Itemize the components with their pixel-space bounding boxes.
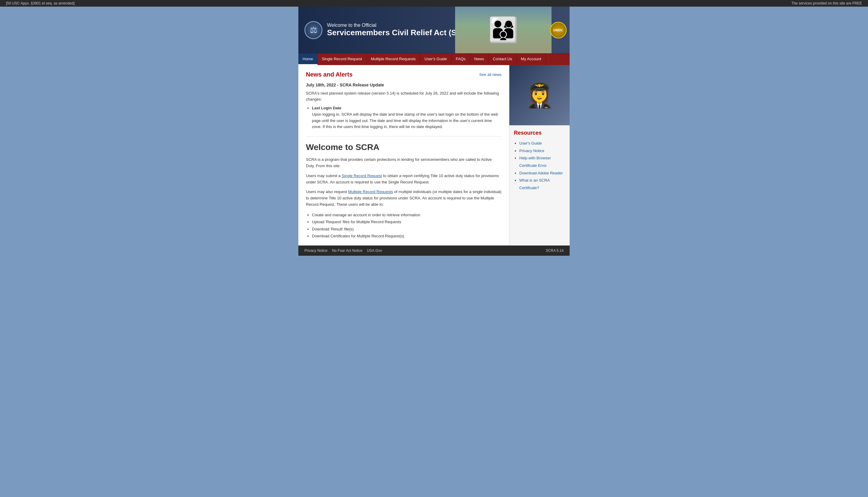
news-bullet-list: Last Login Date Upon logging in, SCRA wi… <box>312 105 502 130</box>
list-item: Upload 'Request' files for Multiple Reco… <box>312 218 502 225</box>
multiple-record-link[interactable]: Multiple Record Requests <box>348 189 393 194</box>
news-article-body: SCRA's next planned system release (vers… <box>306 90 502 102</box>
dod-seal <box>304 21 322 39</box>
news-bullet-body: Upon logging in, SCRA will display the d… <box>312 112 498 129</box>
news-bullet-heading: Last Login Date <box>312 106 341 110</box>
nav-users-guide[interactable]: User's Guide <box>420 54 451 65</box>
nav-single-record[interactable]: Single Record Request <box>318 54 367 65</box>
list-item: User's Guide <box>519 140 565 147</box>
welcome-bullet-list: Create and manage an account in order to… <box>312 211 502 240</box>
nav-news[interactable]: News <box>470 54 489 65</box>
resources-list: User's Guide Privacy Notice Help with Br… <box>519 140 565 192</box>
site-footer: Privacy Notice No Fear Act Notice USA.Go… <box>298 245 570 256</box>
see-all-news-link[interactable]: See all news <box>479 72 502 77</box>
top-banner-right: The services provided on this site are F… <box>792 1 862 5</box>
resources-title: Resources <box>514 130 565 136</box>
list-item: Download 'Result' file(s) <box>312 226 502 232</box>
download-adobe-link[interactable]: Download Adobe Reader <box>519 171 563 175</box>
top-banner-left: [50 USC Appx. §3901 et seq. as amended] <box>6 1 74 5</box>
site-header: Welcome to the Official Servicemembers C… <box>298 6 570 53</box>
main-nav: Home Single Record Request Multiple Reco… <box>298 53 570 65</box>
nav-my-account[interactable]: My Account <box>517 54 546 65</box>
dmdc-badge: DMDC <box>550 22 566 38</box>
list-item: Privacy Notice <box>519 147 565 155</box>
footer-privacy-link[interactable]: Privacy Notice <box>304 248 327 253</box>
news-list-item: Last Login Date Upon logging in, SCRA wi… <box>312 105 502 130</box>
multiple-record-text1: Users may also request <box>306 189 348 194</box>
nav-multiple-record[interactable]: Multiple Record Requests <box>366 54 420 65</box>
footer-no-fear-link[interactable]: No Fear Act Notice <box>332 248 363 253</box>
sidebar-military-image <box>509 65 570 125</box>
sidebar: Resources User's Guide Privacy Notice He… <box>509 65 570 245</box>
users-guide-link[interactable]: User's Guide <box>519 141 542 145</box>
footer-version: SCRA 5.14 <box>546 248 564 253</box>
list-item: Help with Browser Certificate Error <box>519 155 565 169</box>
main-content: News and Alerts See all news July 18th, … <box>298 65 509 245</box>
single-record-link[interactable]: Single Record Request <box>341 173 382 178</box>
list-item: Download Adobe Reader <box>519 170 565 177</box>
footer-links: Privacy Notice No Fear Act Notice USA.Go… <box>304 248 382 253</box>
list-item: Download Certificates for Multiple Recor… <box>312 232 502 240</box>
scra-cert-link[interactable]: What is an SCRA Certificate? <box>519 178 549 190</box>
welcome-intro: SCRA is a program that provides certain … <box>306 157 502 169</box>
welcome-title: Welcome to SCRA <box>306 142 502 152</box>
single-record-paragraph: Users may submit a Single Record Request… <box>306 173 502 186</box>
nav-faqs[interactable]: FAQs <box>451 54 470 65</box>
top-banner: [50 USC Appx. §3901 et seq. as amended] … <box>0 0 868 6</box>
news-section-title: News and Alerts <box>306 71 353 78</box>
browser-cert-link[interactable]: Help with Browser Certificate Error <box>519 156 551 168</box>
header-image <box>455 6 551 53</box>
news-header: News and Alerts See all news <box>306 71 502 78</box>
multiple-record-paragraph: Users may also request Multiple Record R… <box>306 189 502 208</box>
section-divider <box>306 136 502 137</box>
privacy-notice-link[interactable]: Privacy Notice <box>519 148 544 153</box>
list-item: Create and manage an account in order to… <box>312 211 502 218</box>
news-article-title: July 18th, 2022 - SCRA Release Update <box>306 83 502 87</box>
header-family-photo <box>455 6 551 53</box>
nav-home[interactable]: Home <box>298 54 318 65</box>
footer-usa-gov-link[interactable]: USA.Gov <box>367 248 382 253</box>
resources-section: Resources User's Guide Privacy Notice He… <box>509 125 570 196</box>
single-record-text1: Users may submit a <box>306 173 341 178</box>
content-area: News and Alerts See all news July 18th, … <box>298 65 570 245</box>
list-item: What is an SCRA Certificate? <box>519 177 565 191</box>
nav-contact[interactable]: Contact Us <box>489 54 517 65</box>
